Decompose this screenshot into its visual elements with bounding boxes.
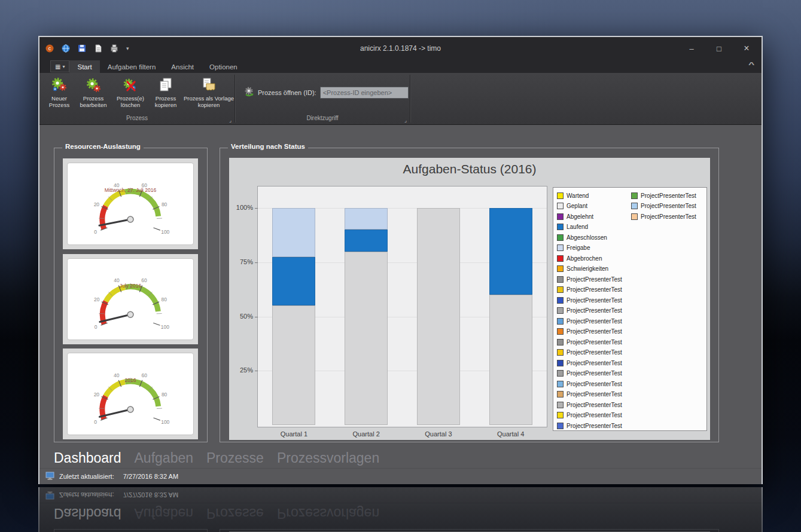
legend-swatch [557,402,564,408]
prozess-dialog-launcher-icon[interactable]: ⌟ [229,117,232,123]
bar-segment-freigabe [345,208,388,230]
nav-item-prozesse[interactable]: Prozesse [206,450,264,466]
legend-label: Geplant [567,203,587,209]
legend-swatch [557,297,564,304]
prozess-kopieren-button[interactable]: Prozess kopieren [150,75,182,109]
resources-groupbox-title: Resourcen-Auslastung [62,143,144,150]
legend-item: Abgeschlossen [557,233,607,241]
svg-text:20: 20 [94,296,100,302]
prozess-bearbeiten-button[interactable]: Prozess bearbeiten [75,75,111,109]
app-logo-icon[interactable]: c [44,43,55,54]
statusbar: Zuletzt aktualisiert: 7/27/2016 8:32 AM [39,468,762,484]
legend-item: Abgebrochen [557,254,602,262]
bar-segment-laufend [489,208,532,295]
gear-open-icon [244,86,255,99]
legend-item: Wartend [557,191,589,200]
legend-label: ProjectPresenterTest [567,276,622,283]
prozess-als-vorlage-kopieren-label: Prozess als Vorlage kopieren [183,95,234,109]
qat-dropdown-icon[interactable]: ▾ [126,45,129,51]
legend-item: ProjectPresenterTest [557,296,622,304]
svg-text:0: 0 [94,419,97,425]
app-menu-button[interactable]: ▦▾ [50,60,69,72]
y-tick-mark [255,208,258,209]
ribbon-tab-row: ▦▾ Start Aufgaben filtern Ansicht Option… [39,60,762,73]
status-chart-panel: Aufgaben-Status (2016) 25%50%75%100%Quar… [229,157,711,441]
legend-item: Laufend [557,223,588,231]
x-axis-label: Quartal 2 [330,430,402,438]
prozess-bearbeiten-label: Prozess bearbeiten [75,95,111,109]
svg-text:100: 100 [161,229,169,235]
bar-chart-plot: 25%50%75%100%Quartal 1Quartal 2Quartal 3… [257,186,547,427]
titlebar[interactable]: c ▾ anicirx 2.1.0.1874 -> timo – [39,37,762,60]
globe-icon[interactable] [60,43,71,54]
maximize-button[interactable]: □ [709,41,729,56]
legend-label: ProjectPresenterTest [567,318,622,325]
nav-item-prozessvorlagen[interactable]: Prozessvorlagen [277,450,379,466]
legend-label: Wartend [567,192,589,199]
ribbon-collapse-icon[interactable]: ^ [748,61,754,68]
bar-segment-geplant [417,208,460,425]
resources-groupbox: Resourcen-Auslastung 020406080100 Mittwo… [54,148,208,442]
prozess-group-label: Prozess [126,115,148,121]
save-icon[interactable] [77,43,87,54]
legend-label: ProjectPresenterTest [567,360,622,366]
gauge-day-label: Mittwoch, 27. Juli 2016 [100,187,160,194]
last-updated-label: Zuletzt aktualisiert: [59,473,114,480]
tab-aufgaben-filtern[interactable]: Aufgaben filtern [100,60,164,73]
gauge-panel-day: 020406080100 Mittwoch, 27. Juli 2016 [62,158,199,250]
gauge-panel-year: 020406080100 2016 [62,348,199,440]
x-axis-label: Quartal 4 [475,430,547,438]
window-reflection: c ▾ anicirx 2.1.0.1874 -> timo – [38,487,763,532]
minimize-button[interactable]: – [681,41,702,56]
direktzugriff-dialog-launcher-icon[interactable]: ⌟ [404,117,407,123]
svg-text:c: c [48,45,51,51]
legend-swatch [557,213,564,220]
prozess-als-vorlage-kopieren-button[interactable]: Prozess als Vorlage kopieren [183,75,234,109]
close-button[interactable]: × [736,41,757,56]
legend-label: ProjectPresenterTest [567,402,622,408]
legend-item: ProjectPresenterTest [557,275,622,283]
document-icon[interactable] [93,43,103,54]
tab-optionen[interactable]: Optionen [202,60,245,73]
prozess-id-input[interactable] [320,87,409,99]
legend-label: ProjectPresenterTest [567,297,622,304]
legend-swatch [557,265,564,272]
gauge-chart: 020406080100 [68,163,193,244]
legend-swatch [557,276,564,283]
legend-swatch [557,328,564,335]
legend-label: ProjectPresenterTest [567,391,622,398]
gauge-year: 020406080100 2016 [67,353,194,435]
legend-label: ProjectPresenterTest [567,339,622,346]
ribbon-group-direktzugriff: Prozess öffnen (ID): Direktzugriff ⌟ [235,73,410,124]
status-distribution-groupbox-title: Verteilung nach Status [228,143,308,150]
gauge-year-label: 2016 [100,377,160,384]
app-window: c ▾ anicirx 2.1.0.1874 -> timo – [38,36,763,484]
legend-item: Abgelehnt [557,212,593,221]
legend-swatch [557,391,564,398]
gears-delete-icon [122,76,139,94]
bar-segment-geplant [345,252,388,425]
legend-label: Laufend [567,224,588,230]
legend-swatch [557,370,564,377]
legend-item: ProjectPresenterTest [557,390,622,399]
legend-label: ProjectPresenterTest [567,307,622,314]
legend-swatch [557,412,564,418]
last-updated-value: 7/27/2016 8:32 AM [123,473,178,480]
legend-label: ProjectPresenterTest [567,381,622,387]
nav-item-dashboard[interactable]: Dashboard [54,450,121,466]
neuer-prozess-button[interactable]: Neuer Prozess [44,75,74,109]
legend-swatch [557,423,564,429]
tab-start[interactable]: Start [69,60,99,73]
prozess-loeschen-button[interactable]: Prozess(e) löschen [112,75,148,109]
legend-label: ProjectPresenterTest [641,192,696,199]
svg-text:100: 100 [161,324,169,330]
tab-ansicht[interactable]: Ansicht [163,60,202,73]
nav-item-aufgaben[interactable]: Aufgaben [135,450,193,466]
legend-swatch [557,360,564,366]
gears-new-icon [51,76,68,94]
legend-swatch [557,318,564,325]
legend-label: Abgeschlossen [567,234,607,241]
legend-swatch [557,192,564,199]
legend-label: ProjectPresenterTest [567,412,622,418]
printer-icon[interactable] [109,43,120,54]
